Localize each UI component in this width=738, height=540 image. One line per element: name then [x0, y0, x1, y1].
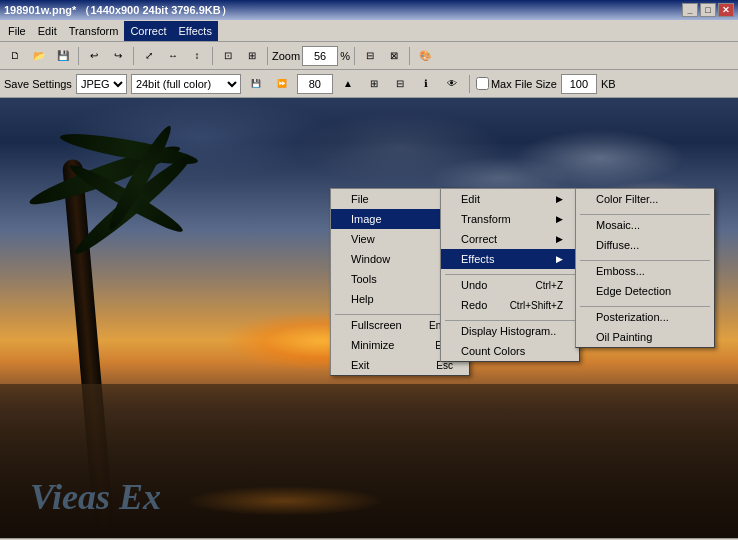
minimize-button[interactable]: _	[682, 3, 698, 17]
separator-4	[267, 47, 268, 65]
save-button[interactable]: 💾	[52, 45, 74, 67]
menu-transform[interactable]: Transform	[63, 21, 125, 41]
max-file-size-unit: KB	[601, 78, 616, 90]
open-button[interactable]: 📂	[28, 45, 50, 67]
info-button[interactable]: ℹ	[415, 73, 437, 95]
sun-reflection	[185, 486, 385, 516]
menu-item-diffuse[interactable]: Diffuse...	[576, 235, 714, 255]
menu-item-effects[interactable]: Effects ▶	[441, 249, 579, 269]
menu-item-edge-detection[interactable]: Edge Detection	[576, 281, 714, 301]
separator-6	[409, 47, 410, 65]
zoom-input[interactable]	[302, 46, 338, 66]
quality-input[interactable]	[297, 74, 333, 94]
max-file-size-label: Max File Size	[476, 77, 557, 90]
format-select[interactable]: JPEG PNG BMP	[76, 74, 127, 94]
new-button[interactable]: 🗋	[4, 45, 26, 67]
menu-edit[interactable]: Edit	[32, 21, 63, 41]
view-fit-button[interactable]: ⊟	[359, 45, 381, 67]
menu-item-edit[interactable]: Edit ▶	[441, 189, 579, 209]
quality-options-button[interactable]: ⊞	[363, 73, 385, 95]
separator-1	[78, 47, 79, 65]
menu-item-emboss[interactable]: Emboss...	[576, 261, 714, 281]
separator-2	[133, 47, 134, 65]
flip-h-button[interactable]: ↔	[162, 45, 184, 67]
arrow-icon: ▶	[556, 214, 563, 224]
rotate-button[interactable]: ⤢	[138, 45, 160, 67]
menu-bar: File Edit Transform Correct Effects	[0, 20, 738, 42]
menu-item-undo[interactable]: Undo Ctrl+Z	[441, 275, 579, 295]
redo-button[interactable]: ↪	[107, 45, 129, 67]
quality-down-button[interactable]: ⊟	[389, 73, 411, 95]
context-menu-image[interactable]: Edit ▶ Transform ▶ Correct ▶ Effects ▶ U…	[440, 188, 580, 362]
resize-button[interactable]: ⊞	[241, 45, 263, 67]
maximize-button[interactable]: □	[700, 3, 716, 17]
save-settings-label: Save Settings	[4, 78, 72, 90]
save-action-button[interactable]: 💾	[245, 73, 267, 95]
menu-correct[interactable]: Correct	[124, 21, 172, 41]
crop-button[interactable]: ⊡	[217, 45, 239, 67]
close-button[interactable]: ✕	[718, 3, 734, 17]
menu-item-posterization[interactable]: Posterization...	[576, 307, 714, 327]
max-file-size-checkbox[interactable]	[476, 77, 489, 90]
context-menu-effects[interactable]: Color Filter... Mosaic... Diffuse... Emb…	[575, 188, 715, 348]
menu-item-color-filter[interactable]: Color Filter...	[576, 189, 714, 209]
save-bar: Save Settings JPEG PNG BMP 24bit (full c…	[0, 70, 738, 98]
watermark-text: Vieas Ex	[30, 476, 161, 518]
menu-item-redo[interactable]: Redo Ctrl+Shift+Z	[441, 295, 579, 315]
title-text: 198901w.png* （1440x900 24bit 3796.9KB）	[4, 3, 232, 18]
arrow-icon: ▶	[556, 234, 563, 244]
title-bar-buttons: _ □ ✕	[682, 3, 734, 17]
quality-up-button[interactable]: ▲	[337, 73, 359, 95]
menu-item-mosaic[interactable]: Mosaic...	[576, 215, 714, 235]
menu-item-transform[interactable]: Transform ▶	[441, 209, 579, 229]
save-all-button[interactable]: ⏩	[271, 73, 293, 95]
color-picker-button[interactable]: 🎨	[414, 45, 436, 67]
separator-5	[354, 47, 355, 65]
undo-button[interactable]: ↩	[83, 45, 105, 67]
zoom-label: Zoom	[272, 50, 300, 62]
arrow-icon: ▶	[556, 254, 563, 264]
menu-item-oil-painting[interactable]: Oil Painting	[576, 327, 714, 347]
toolbar: 🗋 📂 💾 ↩ ↪ ⤢ ↔ ↕ ⊡ ⊞ Zoom % ⊟ ⊠ 🎨	[0, 42, 738, 70]
title-bar: 198901w.png* （1440x900 24bit 3796.9KB） _…	[0, 0, 738, 20]
menu-effects[interactable]: Effects	[172, 21, 217, 41]
zoom-unit: %	[340, 50, 350, 62]
menu-item-correct[interactable]: Correct ▶	[441, 229, 579, 249]
menu-item-histogram[interactable]: Display Histogram..	[441, 321, 579, 341]
main-content: Vieas Ex File ▶ Image ▶ View ▶ Window ▶ …	[0, 98, 738, 538]
view-actual-button[interactable]: ⊠	[383, 45, 405, 67]
menu-file[interactable]: File	[2, 21, 32, 41]
depth-select[interactable]: 24bit (full color) 8bit	[131, 74, 241, 94]
max-file-size-input[interactable]	[561, 74, 597, 94]
flip-v-button[interactable]: ↕	[186, 45, 208, 67]
preview-button[interactable]: 👁	[441, 73, 463, 95]
separator-save	[469, 75, 470, 93]
menu-item-count-colors[interactable]: Count Colors	[441, 341, 579, 361]
separator-3	[212, 47, 213, 65]
arrow-icon: ▶	[556, 194, 563, 204]
